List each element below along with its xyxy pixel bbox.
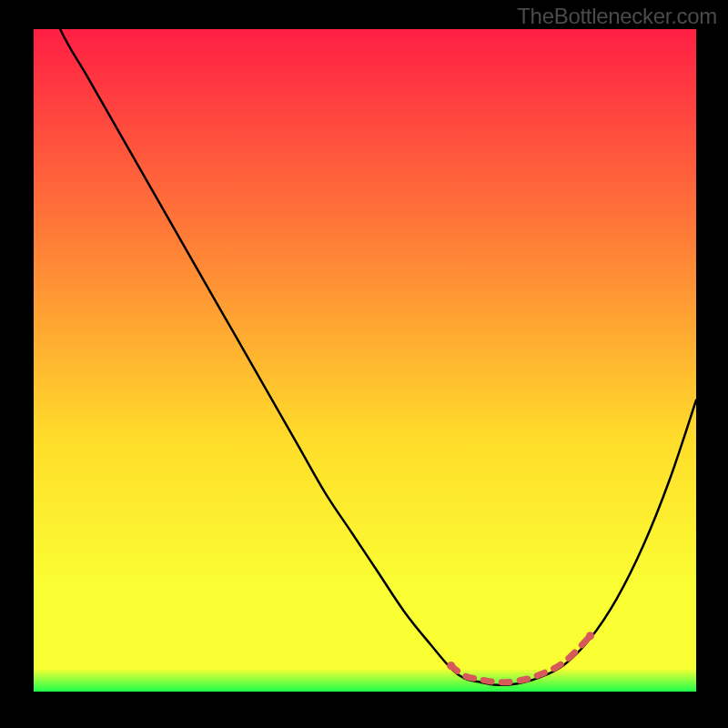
watermark-text: TheBottlenecker.com [517, 4, 717, 29]
bottleneck-plot [34, 29, 696, 692]
chart-container: TheBottlenecker.com [0, 0, 728, 728]
highlight-end-dot [586, 632, 594, 640]
svg-rect-0 [34, 29, 696, 692]
chart-svg [34, 29, 696, 692]
highlight-start-dot [447, 662, 455, 670]
